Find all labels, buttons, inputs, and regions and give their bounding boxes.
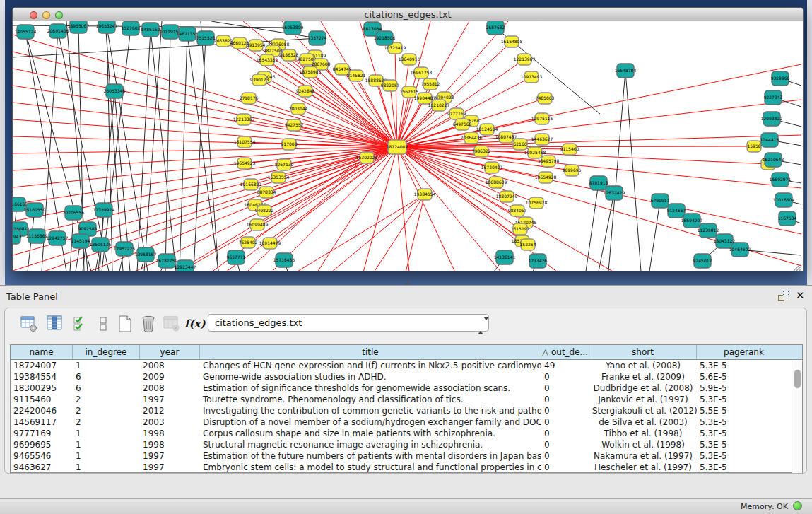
- citation-edge-red[interactable]: [406, 194, 425, 271]
- citation-edge-black[interactable]: [649, 201, 660, 271]
- graph-node[interactable]: 19654928: [535, 172, 557, 183]
- graph-node[interactable]: 1527602: [122, 21, 141, 35]
- graph-node[interactable]: 15692971: [770, 173, 792, 187]
- graph-node[interactable]: 17016504: [773, 193, 795, 207]
- citation-edge-red[interactable]: [331, 194, 425, 271]
- citation-edge-black[interactable]: [194, 38, 206, 271]
- graph-node[interactable]: 62160: [513, 139, 527, 150]
- citation-edge-black[interactable]: [165, 32, 170, 271]
- graph-node[interactable]: 1244415: [760, 133, 779, 147]
- column-header-name[interactable]: name: [11, 345, 73, 359]
- citation-edge-black[interactable]: [180, 34, 187, 271]
- graph-node[interactable]: 16648784: [615, 64, 637, 78]
- graph-node[interactable]: 1615192: [511, 223, 530, 235]
- graph-node[interactable]: 16914479: [259, 238, 281, 249]
- graph-node[interactable]: 2687682: [486, 21, 505, 35]
- graph-node[interactable]: 15716485: [273, 253, 295, 267]
- citation-edge-red[interactable]: [13, 119, 397, 147]
- graph-node[interactable]: 15958: [747, 141, 761, 152]
- column-header-title[interactable]: title: [200, 345, 541, 359]
- graph-node[interactable]: 12093822: [761, 112, 783, 126]
- column-header-year[interactable]: year: [140, 345, 200, 359]
- citation-edge-black[interactable]: [586, 183, 599, 271]
- graph-node[interactable]: 1167534: [778, 211, 797, 226]
- table-row[interactable]: 969969511998Structural magnetic resonanc…: [11, 439, 791, 450]
- graph-node[interactable]: 14055724: [15, 25, 37, 39]
- graph-node[interactable]: 2803144: [289, 103, 308, 115]
- graph-node[interactable]: 12637429: [604, 186, 625, 200]
- graph-node[interactable]: 6497568: [453, 119, 472, 130]
- graph-node[interactable]: 11239812: [698, 223, 719, 238]
- citation-edge-red[interactable]: [397, 147, 768, 164]
- graph-node[interactable]: 3915943: [13, 230, 22, 244]
- graph-node[interactable]: 9427552: [285, 119, 304, 131]
- table-row[interactable]: 1830029562008Estimation of significance …: [11, 382, 791, 394]
- graph-node[interactable]: 14671355: [177, 27, 199, 41]
- graph-node[interactable]: 9146821: [347, 70, 366, 81]
- graph-node[interactable]: 12975115: [531, 113, 553, 124]
- memory-status-icon[interactable]: [793, 501, 802, 510]
- graph-node[interactable]: 19218506: [374, 31, 396, 45]
- graph-node[interactable]: 17957225: [114, 242, 136, 256]
- graph-node[interactable]: 9242848: [296, 86, 315, 97]
- graph-node[interactable]: 18807249: [496, 191, 518, 202]
- graph-node[interactable]: 9124557: [667, 204, 686, 218]
- graph-node[interactable]: 1145194: [71, 234, 90, 248]
- graph-node[interactable]: 8791913: [589, 176, 608, 190]
- network-canvas[interactable]: 1872400776638228660123891395423226058982…: [13, 21, 803, 271]
- citation-edge-black[interactable]: [187, 34, 218, 271]
- graph-node[interactable]: 20691406: [47, 24, 69, 38]
- graph-node[interactable]: 8878334: [257, 187, 276, 198]
- graph-node[interactable]: 17359924: [93, 203, 115, 217]
- graph-node[interactable]: 1733426: [529, 254, 548, 268]
- graph-node[interactable]: 25160550: [24, 203, 46, 217]
- citation-edge-black[interactable]: [201, 21, 218, 271]
- new-table-icon[interactable]: [115, 314, 135, 334]
- select-all-check-icon[interactable]: [71, 314, 91, 334]
- graph-node[interactable]: 10653247: [96, 21, 118, 33]
- graph-node[interactable]: 16961758: [411, 67, 433, 78]
- table-row[interactable]: 1456911722003Disruption of a novel membe…: [11, 416, 791, 428]
- column-header-in-degree[interactable]: in_degree: [73, 345, 140, 359]
- table-row[interactable]: 977716911998Corpus callosum shape and si…: [11, 428, 791, 439]
- graph-node[interactable]: 16720407: [481, 162, 503, 173]
- citation-edge-red[interactable]: [397, 92, 409, 147]
- graph-node[interactable]: 16154808: [501, 36, 523, 47]
- graph-node[interactable]: 18107554: [234, 136, 256, 148]
- graph-node[interactable]: 8186328: [280, 49, 299, 61]
- graph-node[interactable]: 7485063: [536, 93, 555, 104]
- graph-node[interactable]: 9227343: [764, 90, 783, 105]
- graph-node[interactable]: 26053346: [104, 84, 126, 98]
- graph-node[interactable]: 18724007: [387, 140, 408, 154]
- network-window-titlebar[interactable]: citations_edges.txt: [13, 8, 803, 21]
- graph-node[interactable]: 13640910: [399, 54, 420, 65]
- graph-node[interactable]: 10756928: [526, 197, 548, 209]
- graph-node[interactable]: 12923447: [175, 260, 196, 271]
- citation-edge-black[interactable]: [105, 21, 123, 271]
- citation-edge-red[interactable]: [397, 135, 801, 147]
- citation-edge-black[interactable]: [144, 21, 162, 271]
- graph-node[interactable]: 16210643: [763, 153, 784, 167]
- graph-node[interactable]: 19166827: [240, 179, 262, 190]
- table-scrollbar-thumb[interactable]: [794, 370, 801, 388]
- graph-node[interactable]: 9115460: [560, 144, 579, 155]
- citation-edge-red[interactable]: [397, 59, 409, 147]
- graph-node[interactable]: 152254: [520, 239, 536, 250]
- graph-node[interactable]: 7625402: [239, 237, 258, 248]
- graph-node[interactable]: 9699695: [563, 165, 582, 176]
- table-settings-icon[interactable]: [19, 314, 39, 334]
- column-header-out-de-[interactable]: △ out_de...: [541, 345, 589, 359]
- graph-node[interactable]: 8267130: [275, 159, 294, 170]
- column-select-icon[interactable]: [45, 314, 65, 334]
- graph-node[interactable]: 9245012: [693, 254, 712, 268]
- graph-node[interactable]: 8913954: [247, 40, 266, 51]
- graph-node[interactable]: 7955812: [421, 78, 440, 90]
- graph-node[interactable]: 11156869: [26, 229, 48, 243]
- citation-edge-black[interactable]: [608, 71, 625, 271]
- graph-node[interactable]: 12942757: [47, 231, 69, 245]
- delete-table-icon[interactable]: [139, 314, 158, 334]
- table-row[interactable]: 946362711997Embryonic stem cells: a mode…: [11, 462, 791, 472]
- graph-node[interactable]: 14136141: [494, 250, 516, 264]
- graph-node[interactable]: 9329966: [771, 71, 790, 86]
- graph-node[interactable]: 6791917: [651, 194, 670, 208]
